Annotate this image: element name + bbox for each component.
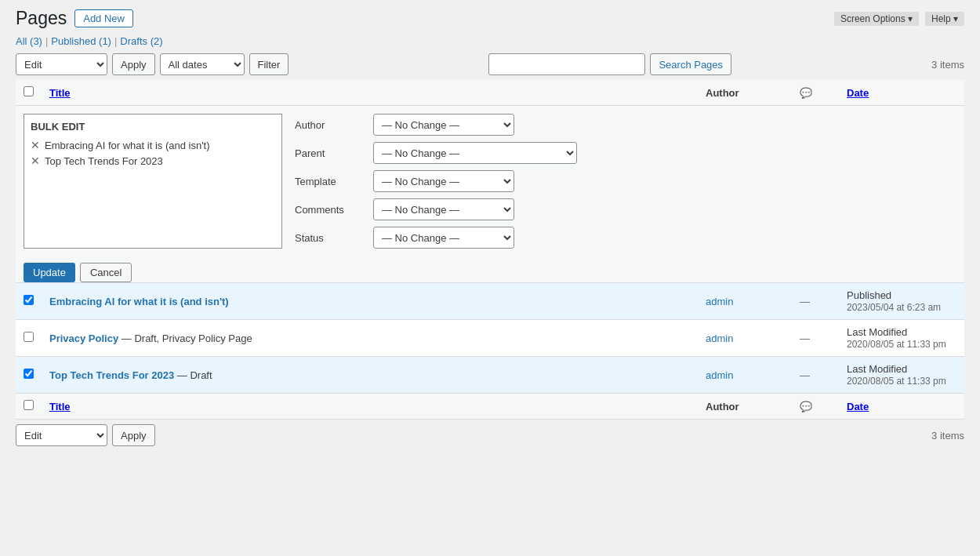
bulk-parent-select[interactable]: — No Change —	[373, 142, 577, 164]
bulk-edit-wrapper: BULK EDIT ✕ Embracing AI for what it is …	[16, 106, 964, 256]
row-3-checkbox-cell	[16, 357, 42, 394]
top-tablenav: Edit Move to Trash Apply All dates May 2…	[16, 53, 964, 75]
bulk-status-field: Status — No Change —	[295, 227, 956, 249]
row-3-author-link[interactable]: admin	[706, 369, 733, 381]
row-2-title-cell: Privacy Policy — Draft, Privacy Policy P…	[42, 320, 698, 357]
row-2-checkbox[interactable]	[24, 332, 34, 342]
table-row: Privacy Policy — Draft, Privacy Policy P…	[16, 320, 964, 357]
row-2-author-cell: admin	[698, 320, 792, 357]
date-filter-select[interactable]: All dates May 2023 August 2020	[160, 53, 245, 75]
date-sort-footer-link[interactable]: Date	[847, 401, 869, 412]
row-1-status: Published	[847, 289, 891, 301]
row-2-comments: —	[800, 333, 810, 344]
bulk-edit-cell: BULK EDIT ✕ Embracing AI for what it is …	[16, 106, 964, 283]
row-2-date-cell: Last Modified 2020/08/05 at 11:33 pm	[839, 320, 964, 357]
date-column-footer[interactable]: Date	[839, 394, 964, 420]
pages-table: Title Author 💬 Date BULK EDIT	[16, 80, 964, 420]
bulk-page-item-1: ✕ Embracing AI for what it is (and isn't…	[31, 139, 275, 151]
row-3-checkbox[interactable]	[24, 369, 34, 379]
row-3-subtitle: — Draft	[177, 369, 212, 381]
title-sort-footer-link[interactable]: Title	[49, 401, 71, 412]
filter-all-link[interactable]: All (3)	[16, 35, 42, 47]
bulk-template-field: Template — No Change —	[295, 170, 956, 192]
row-2-author-link[interactable]: admin	[706, 333, 733, 344]
row-1-comments: —	[800, 296, 810, 307]
items-count-bottom: 3 items	[931, 430, 964, 442]
drafts-count: (2)	[151, 35, 163, 47]
bulk-template-select[interactable]: — No Change —	[373, 170, 514, 192]
comments-icon: 💬	[800, 87, 812, 99]
bulk-status-select[interactable]: — No Change —	[373, 227, 514, 249]
published-count: (1)	[99, 35, 111, 47]
author-column-footer: Author	[698, 394, 792, 420]
bulk-parent-label: Parent	[295, 147, 365, 159]
bulk-actions-row: Update Cancel	[16, 263, 964, 282]
update-button[interactable]: Update	[24, 263, 75, 282]
select-all-checkbox[interactable]	[24, 86, 34, 96]
row-1-checkbox-cell	[16, 283, 42, 320]
bulk-comments-field: Comments — No Change —	[295, 198, 956, 220]
row-3-comments-cell: —	[792, 357, 839, 394]
row-2-status: Last Modified	[847, 326, 907, 338]
row-1-date-cell: Published 2023/05/04 at 6:23 am	[839, 283, 964, 320]
search-input[interactable]	[488, 53, 645, 75]
bulk-comments-select[interactable]: — No Change —	[373, 198, 514, 220]
row-3-title-link[interactable]: Top Tech Trends For 2023	[49, 369, 174, 381]
bulk-edit-right: Author — No Change — Parent — No Change …	[295, 114, 956, 249]
cancel-button[interactable]: Cancel	[80, 263, 132, 282]
author-column-header: Author	[698, 80, 792, 106]
title-column-header[interactable]: Title	[42, 80, 698, 106]
search-pages-button[interactable]: Search Pages	[650, 53, 731, 75]
help-button[interactable]: Help ▾	[925, 12, 964, 26]
filter-button[interactable]: Filter	[249, 53, 289, 75]
comments-column-header: 💬	[792, 80, 839, 106]
screen-options-button[interactable]: Screen Options ▾	[834, 12, 919, 26]
filter-published-link[interactable]: Published (1)	[51, 35, 111, 47]
tablenav-left: Edit Move to Trash Apply All dates May 2…	[16, 53, 289, 75]
bulk-author-label: Author	[295, 119, 365, 131]
filter-drafts-link[interactable]: Drafts (2)	[120, 35, 162, 47]
bulk-parent-field: Parent — No Change —	[295, 142, 956, 164]
select-all-footer-checkbox[interactable]	[24, 400, 34, 410]
bottom-tablenav: Edit Move to Trash Apply 3 items	[16, 424, 964, 446]
bulk-page-2-title: Top Tech Trends For 2023	[45, 155, 163, 167]
bulk-edit-row: BULK EDIT ✕ Embracing AI for what it is …	[16, 106, 964, 283]
bulk-author-select[interactable]: — No Change —	[373, 114, 514, 136]
apply-button-bottom[interactable]: Apply	[112, 424, 155, 446]
bulk-template-label: Template	[295, 176, 365, 187]
row-1-date: 2023/05/04 at 6:23 am	[847, 302, 941, 313]
row-1-author-link[interactable]: admin	[706, 296, 733, 307]
bulk-edit-left: BULK EDIT ✕ Embracing AI for what it is …	[24, 114, 282, 249]
add-new-button[interactable]: Add New	[74, 9, 133, 27]
table-row: Embracing AI for what it is (and isn't) …	[16, 283, 964, 320]
date-column-header[interactable]: Date	[839, 80, 964, 106]
bulk-status-label: Status	[295, 232, 365, 244]
row-3-date: 2020/08/05 at 11:33 pm	[847, 376, 946, 387]
bulk-page-item-2: ✕ Top Tech Trends For 2023	[31, 154, 275, 167]
bulk-author-field: Author — No Change —	[295, 114, 956, 136]
row-1-title-link[interactable]: Embracing AI for what it is (and isn't)	[49, 296, 229, 307]
row-2-comments-cell: —	[792, 320, 839, 357]
row-1-title-cell: Embracing AI for what it is (and isn't)	[42, 283, 698, 320]
tablenav-search: Search Pages	[488, 53, 731, 75]
row-2-subtitle: — Draft, Privacy Policy Page	[122, 333, 252, 344]
bulk-edit-title: BULK EDIT	[31, 121, 275, 133]
bulk-action-select-bottom[interactable]: Edit Move to Trash	[16, 424, 107, 446]
select-all-footer	[16, 394, 42, 420]
title-column-footer[interactable]: Title	[42, 394, 698, 420]
row-3-comments: —	[800, 369, 810, 381]
all-count: (3)	[30, 35, 42, 47]
remove-page-1-button[interactable]: ✕	[31, 139, 40, 151]
row-3-title-cell: Top Tech Trends For 2023 — Draft	[42, 357, 698, 394]
apply-button-top[interactable]: Apply	[112, 53, 155, 75]
bulk-action-select-top[interactable]: Edit Move to Trash	[16, 53, 107, 75]
bulk-comments-label: Comments	[295, 204, 365, 216]
page-title: Pages	[16, 8, 67, 29]
date-sort-link[interactable]: Date	[847, 87, 869, 99]
row-2-title-link[interactable]: Privacy Policy	[49, 333, 118, 344]
remove-page-2-button[interactable]: ✕	[31, 154, 40, 167]
items-count-top: 3 items	[931, 59, 964, 71]
comments-footer-icon: 💬	[800, 401, 812, 412]
title-sort-link[interactable]: Title	[49, 87, 71, 99]
row-1-checkbox[interactable]	[24, 295, 34, 305]
